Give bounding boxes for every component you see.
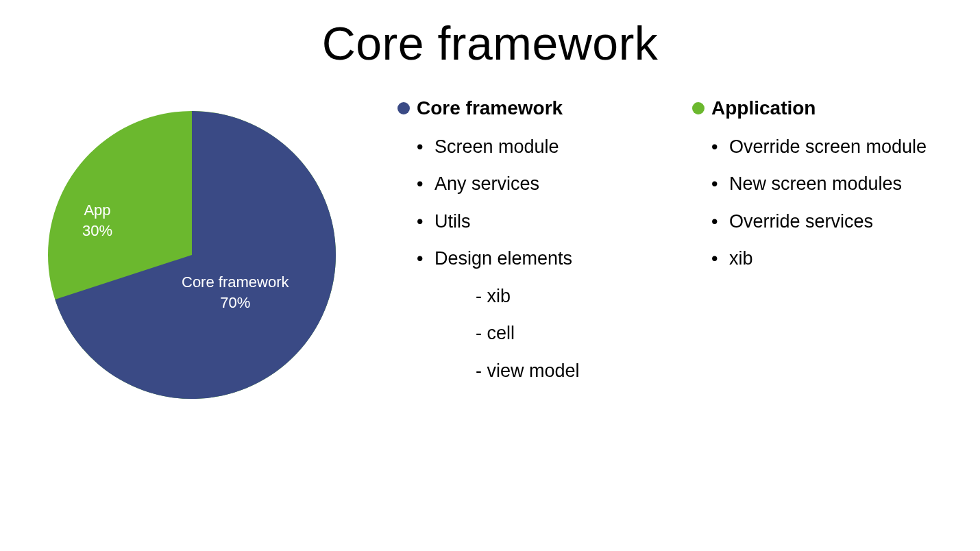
column-app-header-label: Application: [711, 97, 816, 119]
column-core-header: Core framework: [397, 97, 658, 119]
pie-label-app: App 30%: [82, 200, 112, 241]
list-item: Override services: [711, 209, 953, 234]
column-core-header-label: Core framework: [417, 97, 563, 119]
column-app: Application Override screen module New s…: [692, 97, 953, 399]
pie-label-app-value: 30%: [82, 222, 112, 239]
list-item: Utils: [417, 209, 658, 234]
list-item: New screen modules: [711, 171, 953, 196]
list-item-label: Design elements: [434, 248, 572, 269]
pie-label-core-name: Core framework: [182, 273, 289, 291]
pie-chart: App 30% Core framework 70%: [48, 111, 336, 399]
column-app-list: Override screen module New screen module…: [692, 134, 953, 271]
pie-chart-area: App 30% Core framework 70%: [0, 97, 384, 399]
list-item: Any services: [417, 171, 658, 196]
column-app-header: Application: [692, 97, 953, 119]
content-area: App 30% Core framework 70% Core framewor…: [0, 70, 980, 399]
list-item: Override screen module: [711, 134, 953, 159]
list-item: xib: [711, 246, 953, 271]
pie-label-core: Core framework 70%: [182, 272, 289, 313]
list-item: cell: [476, 321, 658, 345]
page-title: Core framework: [0, 0, 980, 70]
column-core: Core framework Screen module Any service…: [397, 97, 658, 399]
list-item: view model: [476, 358, 658, 383]
dot-icon: [397, 102, 410, 114]
pie-svg: [48, 111, 336, 399]
column-core-sublist: xib cell view model: [434, 284, 658, 383]
lists-area: Core framework Screen module Any service…: [384, 97, 953, 399]
list-item: Screen module: [417, 134, 658, 159]
dot-icon: [692, 102, 705, 114]
list-item: xib: [476, 284, 658, 308]
column-core-list: Screen module Any services Utils Design …: [397, 134, 658, 383]
pie-label-core-value: 70%: [220, 294, 250, 311]
list-item: Design elements xib cell view model: [417, 246, 658, 383]
pie-label-app-name: App: [84, 201, 110, 219]
